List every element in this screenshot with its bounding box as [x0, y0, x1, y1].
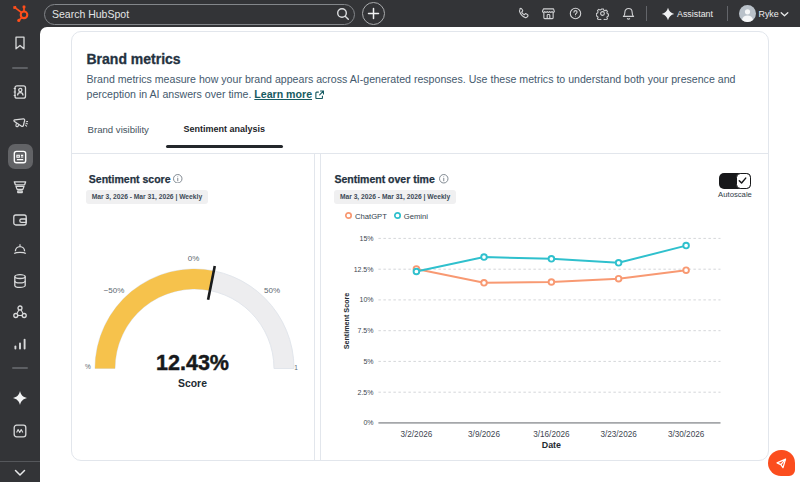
svg-text:3/30/2026: 3/30/2026 [668, 430, 705, 439]
svg-text:3/9/2026: 3/9/2026 [468, 430, 500, 439]
svg-text:Sentiment Score: Sentiment Score [342, 293, 351, 350]
svg-text:0%: 0% [363, 419, 373, 426]
svg-text:7.5%: 7.5% [358, 327, 374, 334]
svg-text:10%: 10% [359, 296, 373, 303]
svg-text:3/23/2026: 3/23/2026 [600, 430, 637, 439]
svg-text:3/2/2026: 3/2/2026 [400, 430, 432, 439]
svg-text:Date: Date [542, 440, 561, 450]
svg-text:15%: 15% [359, 235, 373, 242]
svg-text:5%: 5% [363, 358, 373, 365]
svg-text:2.5%: 2.5% [358, 389, 374, 396]
svg-text:12.5%: 12.5% [354, 266, 374, 273]
svg-text:3/16/2026: 3/16/2026 [533, 430, 570, 439]
